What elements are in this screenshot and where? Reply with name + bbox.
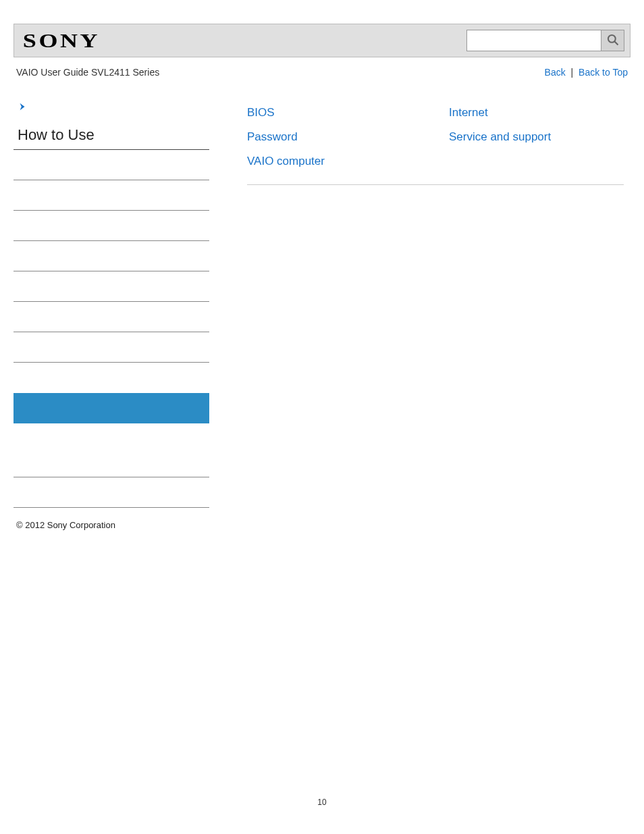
sidebar-item[interactable]: [14, 477, 209, 508]
header-bar: SONY: [14, 24, 630, 57]
sidebar-item[interactable]: [14, 241, 209, 271]
sidebar-item[interactable]: [14, 211, 209, 241]
page-number: 10: [0, 798, 644, 807]
sidebar: How to Use: [14, 102, 223, 508]
guide-title: VAIO User Guide SVL2411 Series: [16, 67, 159, 78]
chevron-right-icon: [18, 102, 27, 113]
search-button[interactable]: [601, 30, 624, 51]
search-icon: [606, 33, 620, 49]
sidebar-section-title: How to Use: [14, 126, 209, 150]
link-internet[interactable]: Internet: [449, 106, 624, 120]
link-column-2: Internet Service and support: [449, 102, 624, 168]
link-vaio-computer[interactable]: VAIO computer: [247, 155, 422, 168]
back-to-top-link[interactable]: Back to Top: [579, 67, 628, 78]
search-wrap: [466, 30, 624, 51]
sidebar-item[interactable]: [14, 332, 209, 363]
sidebar-gap: [14, 423, 209, 447]
svg-point-0: [608, 34, 615, 42]
link-password[interactable]: Password: [247, 130, 422, 144]
link-bios[interactable]: BIOS: [247, 106, 422, 120]
sidebar-list-2: [14, 393, 209, 423]
sidebar-list: [14, 150, 209, 363]
breadcrumb-chevron[interactable]: [14, 102, 209, 126]
sidebar-gap: [14, 363, 209, 393]
sidebar-item-active[interactable]: [14, 393, 209, 423]
link-columns: BIOS Password VAIO computer Internet Ser…: [247, 102, 624, 185]
sidebar-item[interactable]: [14, 302, 209, 332]
sidebar-list-3: [14, 447, 209, 508]
link-column-1: BIOS Password VAIO computer: [247, 102, 422, 168]
back-link[interactable]: Back: [545, 67, 566, 78]
sony-logo: SONY: [20, 29, 100, 52]
sub-header: VAIO User Guide SVL2411 Series Back | Ba…: [14, 57, 630, 84]
link-service-support[interactable]: Service and support: [449, 130, 624, 144]
sidebar-item[interactable]: [14, 271, 209, 302]
main-content: BIOS Password VAIO computer Internet Ser…: [223, 102, 630, 508]
top-links: Back | Back to Top: [545, 67, 628, 78]
search-input[interactable]: [466, 30, 601, 51]
separator: |: [571, 67, 574, 78]
footer-copyright: © 2012 Sony Corporation: [14, 515, 630, 536]
sidebar-item[interactable]: [14, 150, 209, 180]
sidebar-item[interactable]: [14, 447, 209, 477]
svg-line-1: [614, 41, 618, 45]
sidebar-item[interactable]: [14, 180, 209, 211]
